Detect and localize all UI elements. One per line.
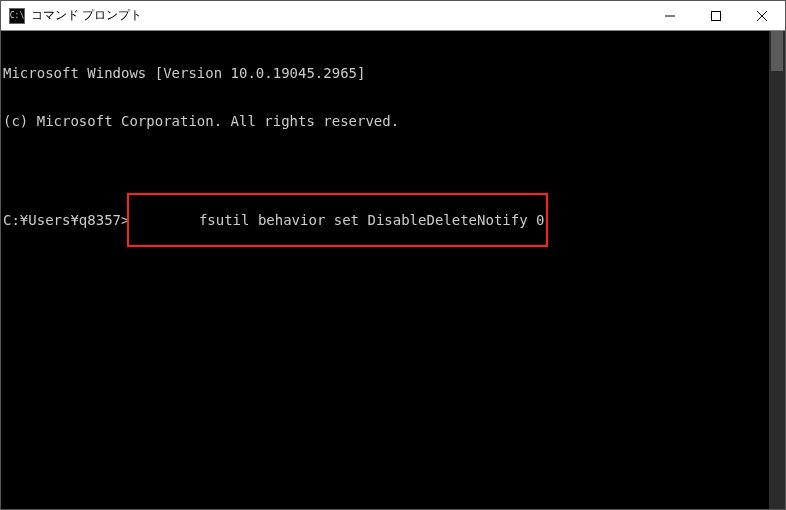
- command-highlight: fsutil behavior set DisableDeleteNotify …: [127, 193, 548, 247]
- copyright-line: (c) Microsoft Corporation. All rights re…: [3, 113, 785, 129]
- titlebar[interactable]: C:\ コマンド プロンプト: [1, 1, 785, 31]
- maximize-button[interactable]: [693, 1, 739, 30]
- maximize-icon: [711, 11, 721, 21]
- prompt-line: C:¥Users¥q8357> fsutil behavior set Disa…: [3, 193, 785, 247]
- close-icon: [757, 11, 767, 21]
- window-title: コマンド プロンプト: [31, 7, 647, 24]
- svg-rect-1: [712, 11, 721, 20]
- terminal-output[interactable]: Microsoft Windows [Version 10.0.19045.29…: [1, 31, 785, 509]
- minimize-icon: [665, 11, 675, 21]
- prompt-text: C:¥Users¥q8357>: [3, 212, 129, 228]
- window-controls: [647, 1, 785, 30]
- cmd-icon: C:\: [9, 8, 25, 24]
- command-text: fsutil behavior set DisableDeleteNotify …: [199, 212, 545, 228]
- command-prompt-window: C:\ コマンド プロンプト Microsoft Windows [Ve: [0, 0, 786, 510]
- version-line: Microsoft Windows [Version 10.0.19045.29…: [3, 65, 785, 81]
- minimize-button[interactable]: [647, 1, 693, 30]
- scrollbar[interactable]: [769, 31, 785, 509]
- close-button[interactable]: [739, 1, 785, 30]
- scrollbar-thumb[interactable]: [771, 31, 783, 71]
